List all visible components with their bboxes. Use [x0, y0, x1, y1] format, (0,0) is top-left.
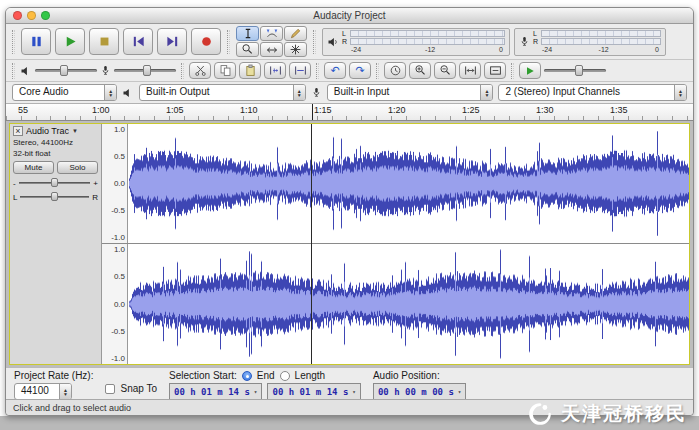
project-rate-select[interactable]: 44100 ▲▼: [14, 383, 72, 400]
undo-button[interactable]: ↶: [324, 62, 346, 79]
pan-slider[interactable]: [20, 192, 89, 202]
play-at-speed-icon: [524, 65, 536, 77]
meter-bars: L R -24 -12 0: [342, 30, 505, 54]
play-speed-slider[interactable]: [544, 64, 606, 77]
selection-ibeam-icon: [242, 27, 254, 40]
timefield-dropdown-icon[interactable]: ▾: [352, 388, 356, 395]
waveform-left[interactable]: [128, 124, 689, 243]
minimize-window-button[interactable]: [27, 11, 36, 20]
track-format-line1: Stereo, 44100Hz: [13, 138, 98, 147]
timeline-label: 55: [18, 105, 28, 115]
toolbar-grip[interactable]: [181, 63, 184, 79]
end-radio[interactable]: [242, 371, 252, 381]
toolbar-grip[interactable]: [227, 30, 230, 54]
timeshift-tool-button[interactable]: [260, 42, 283, 57]
input-volume-slider[interactable]: [114, 64, 176, 77]
skip-to-end-button[interactable]: [157, 28, 187, 55]
gain-slider[interactable]: [19, 178, 91, 188]
audio-position-timefield[interactable]: 00 h 00 m 00 s ▾: [373, 383, 466, 400]
track-area: × Audio Trac ▼ Stereo, 44100Hz 32-bit fl…: [6, 121, 693, 367]
selection-start-timefield[interactable]: 00 h 01 m 14 s ▾: [169, 383, 262, 400]
play-button[interactable]: [55, 28, 85, 55]
toolbar-grip[interactable]: [511, 63, 514, 79]
stop-button[interactable]: [89, 28, 119, 55]
fit-selection-button[interactable]: [459, 62, 481, 79]
zoom-out-button[interactable]: [434, 62, 456, 79]
playhead-cursor: [311, 124, 312, 364]
toolbar-grip[interactable]: [313, 30, 316, 54]
close-window-button[interactable]: [13, 11, 22, 20]
silence-audio-button[interactable]: [289, 62, 311, 79]
track-menu-dropdown-icon[interactable]: ▼: [72, 128, 78, 134]
end-radio-label[interactable]: End: [257, 370, 275, 381]
audio-host-select[interactable]: Core Audio ▲▼: [12, 84, 117, 101]
pan-right-label: R: [92, 193, 98, 202]
status-message: Click and drag to select audio: [13, 403, 131, 413]
window-title: Audacity Project: [6, 10, 693, 21]
track-close-button[interactable]: ×: [13, 126, 23, 136]
combo-stepper-icon: ▲▼: [480, 85, 492, 100]
toolbar-grip[interactable]: [376, 63, 379, 79]
stop-icon: [97, 34, 112, 49]
output-volume-slider[interactable]: [35, 64, 97, 77]
mute-button[interactable]: Mute: [13, 161, 54, 174]
meter-right-bar: [541, 38, 661, 45]
timefield-dropdown-icon[interactable]: ▾: [458, 388, 462, 395]
record-button[interactable]: [191, 28, 221, 55]
title-bar[interactable]: Audacity Project: [6, 8, 693, 24]
snap-to-checkbox[interactable]: [105, 384, 115, 394]
pause-button[interactable]: [21, 28, 51, 55]
toolbar-grip[interactable]: [316, 63, 319, 79]
input-device-mic-icon: [311, 86, 322, 99]
playback-meter[interactable]: L R -24 -12 0: [322, 28, 510, 56]
fit-project-button[interactable]: [484, 62, 506, 79]
device-toolbar: Core Audio ▲▼ Built-in Output ▲▼ Bui: [6, 82, 693, 104]
draw-tool-button[interactable]: [284, 26, 307, 41]
length-radio-label[interactable]: Length: [295, 370, 326, 381]
toolbar-grip[interactable]: [12, 30, 15, 54]
copy-button[interactable]: [214, 62, 236, 79]
combo-stepper-icon: ▲▼: [59, 384, 71, 399]
recording-meter[interactable]: L R -24 -12 0: [514, 28, 666, 56]
redo-icon: ↷: [355, 65, 364, 76]
timeline-label: 1:10: [240, 105, 258, 115]
project-rate-label: Project Rate (Hz):: [14, 369, 93, 382]
sync-lock-button[interactable]: [384, 62, 406, 79]
toolbar-grip[interactable]: [12, 63, 15, 79]
timefield-dropdown-icon[interactable]: ▾: [254, 388, 258, 395]
output-device-select[interactable]: Built-in Output ▲▼: [139, 84, 306, 101]
selection-tool-button[interactable]: [236, 26, 259, 41]
skip-to-start-button[interactable]: [123, 28, 153, 55]
track-title[interactable]: Audio Trac: [26, 126, 69, 136]
silence-icon: [294, 64, 307, 77]
selection-start-group: Selection Start: End Length 00 h 01 m 14…: [169, 369, 361, 400]
snap-to-label: Snap To: [120, 383, 157, 394]
trim-audio-button[interactable]: [264, 62, 286, 79]
combo-stepper-icon: ▲▼: [104, 85, 116, 100]
paste-button[interactable]: [239, 62, 261, 79]
zoom-tool-button[interactable]: [236, 42, 259, 57]
audio-position-label: Audio Position:: [373, 369, 466, 382]
cut-button[interactable]: [189, 62, 211, 79]
audio-track: × Audio Trac ▼ Stereo, 44100Hz 32-bit fl…: [9, 123, 690, 365]
input-device-select[interactable]: Built-in Input ▲▼: [327, 84, 494, 101]
envelope-tool-button[interactable]: [260, 26, 283, 41]
timeline-label: 1:35: [610, 105, 628, 115]
zoom-in-button[interactable]: [409, 62, 431, 79]
multi-tool-button[interactable]: [284, 42, 307, 57]
solo-button[interactable]: Solo: [57, 161, 98, 174]
input-channels-select[interactable]: 2 (Stereo) Input Channels ▲▼: [498, 84, 687, 101]
undo-icon: ↶: [330, 65, 339, 76]
redo-button[interactable]: ↷: [349, 62, 371, 79]
watermark-logo-icon: [527, 401, 553, 427]
selection-end-timefield[interactable]: 00 h 01 m 14 s ▾: [267, 383, 360, 400]
zoom-window-button[interactable]: [41, 11, 50, 20]
play-at-speed-button[interactable]: [519, 62, 541, 79]
magnifier-icon: [241, 43, 254, 56]
trim-icon: [269, 64, 282, 77]
combo-stepper-icon: ▲▼: [674, 85, 686, 100]
track-control-panel: × Audio Trac ▼ Stereo, 44100Hz 32-bit fl…: [10, 124, 102, 364]
waveform-right[interactable]: [128, 244, 689, 364]
length-radio[interactable]: [280, 371, 290, 381]
timeline-ruler[interactable]: 55 1:00 1:05 1:10 1:15 1:20 1:25 1:30 1:…: [6, 104, 693, 121]
